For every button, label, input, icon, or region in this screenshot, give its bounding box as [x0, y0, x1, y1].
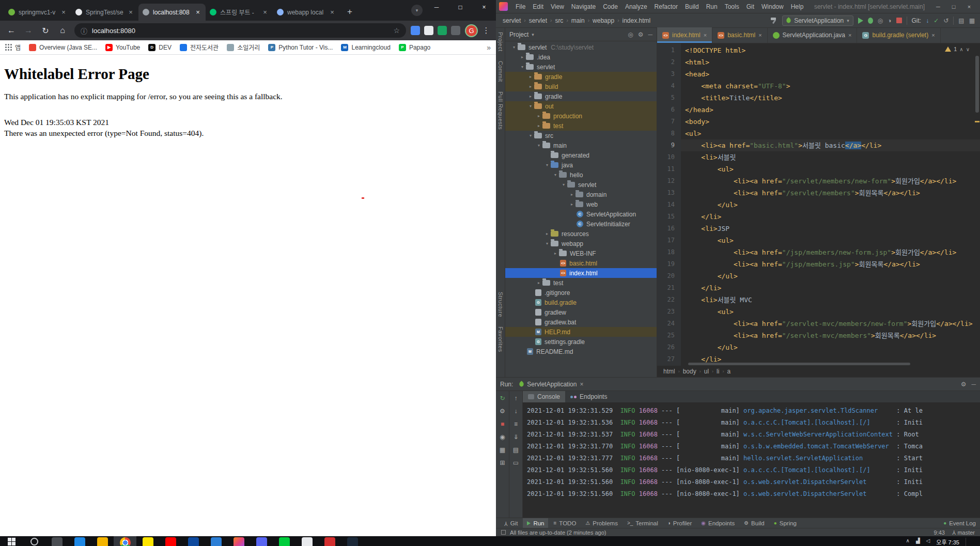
menu-file[interactable]: File	[512, 2, 529, 11]
tree-toggle-icon[interactable]: ▸	[535, 123, 542, 128]
tree-row[interactable]: build.gradle	[505, 298, 657, 307]
tree-row[interactable]: ▾servletC:\study\servlet	[505, 42, 657, 52]
reload-button[interactable]: ↻	[38, 23, 53, 38]
run-settings-gear-icon[interactable]: ⚙	[961, 381, 967, 388]
git-commit-icon[interactable]: ✓	[934, 18, 939, 24]
start-button[interactable]	[0, 536, 23, 546]
tree-toggle-icon[interactable]: ▸	[543, 231, 551, 236]
taskbar-app-chrome[interactable]	[114, 536, 136, 546]
taskbar-app-kakaotalk[interactable]	[136, 536, 159, 546]
browser-tab[interactable]: springmvc1-v×	[4, 4, 71, 21]
ide-minimize-button[interactable]: ─	[930, 1, 946, 12]
git-branch-widget[interactable]: Y master	[952, 529, 975, 536]
tree-row[interactable]: ▾servlet	[505, 62, 657, 72]
taskbar-app-youtube[interactable]	[159, 536, 182, 546]
pin-icon[interactable]: ⊞	[499, 459, 507, 467]
tool-button-terminal[interactable]: >_Terminal	[623, 518, 662, 528]
menu-window[interactable]: Window	[758, 2, 787, 11]
tree-row[interactable]: generated	[505, 150, 657, 160]
tray-chevron-icon[interactable]: ∧	[906, 538, 910, 543]
taskbar-app-notepad[interactable]	[295, 536, 318, 546]
extension-green-icon[interactable]	[438, 26, 447, 35]
bookmark-item[interactable]: DDEV	[148, 44, 172, 51]
tree-row[interactable]: ▸gradle	[505, 72, 657, 82]
stripe-favorites[interactable]: Favorites	[497, 326, 504, 352]
restore-layout-icon[interactable]: ▦	[499, 446, 507, 454]
tree-row[interactable]: ▸domain	[505, 190, 657, 199]
editor-vscrollbar[interactable]	[975, 56, 979, 113]
bookmarks-overflow-icon[interactable]: »	[487, 43, 491, 52]
editor-tab[interactable]: build.gradle (servlet)×	[857, 27, 940, 43]
build-hammer-icon[interactable]	[770, 17, 777, 24]
tree-row[interactable]: gradlew	[505, 307, 657, 317]
run-config-select[interactable]: ServletApplication ▾	[782, 15, 853, 26]
tree-toggle-icon[interactable]: ▾	[543, 241, 551, 246]
tree-row[interactable]: ServletInitializer	[505, 219, 657, 229]
bookmark-item[interactable]: Overview (Java SE...	[29, 44, 97, 51]
tree-toggle-icon[interactable]: ▾	[510, 45, 518, 50]
tree-toggle-icon[interactable]: ▸	[552, 251, 559, 256]
stop-icon[interactable]: ■	[499, 420, 507, 428]
hide-panel-icon[interactable]: ─	[648, 31, 652, 38]
menu-build[interactable]: Build	[681, 2, 703, 11]
taskbar-app-steam[interactable]	[341, 536, 364, 546]
cortana-button[interactable]	[23, 536, 45, 546]
tree-row[interactable]: index.html	[505, 268, 657, 278]
close-session-icon[interactable]: ×	[580, 381, 583, 388]
tree-row[interactable]: ▾servlet	[505, 180, 657, 190]
url-text[interactable]: localhost:8080	[92, 27, 388, 35]
tab-search-button[interactable]: ▾	[411, 5, 423, 16]
view-tab-endpoints[interactable]: Endpoints	[565, 391, 612, 402]
bookmark-item[interactable]: 앱	[5, 43, 21, 52]
editor-hscrollbar[interactable]	[688, 363, 910, 365]
maximize-button[interactable]: □	[448, 0, 472, 14]
profiler-button[interactable]: ◑	[888, 18, 891, 24]
ide-close-button[interactable]: ×	[961, 1, 977, 12]
tree-row[interactable]: ▾hello	[505, 170, 657, 180]
windows-icon[interactable]: ▦	[969, 18, 975, 24]
prev-warning-icon[interactable]: ∧	[959, 46, 963, 52]
editor-breadcrumb-item[interactable]: body	[683, 368, 696, 375]
editor-tab[interactable]: index.html×	[657, 27, 712, 43]
tool-button-todo[interactable]: ≡TODO	[549, 518, 580, 528]
bookmark-item[interactable]: 전자도서관	[180, 43, 219, 52]
tool-button-build[interactable]: ⚙Build	[740, 518, 769, 528]
console-output[interactable]: 2021-12-01 19:32:31.529 INFO 16068 --- […	[523, 402, 980, 518]
taskbar-app-explorer[interactable]	[91, 536, 114, 546]
breadcrumb-item[interactable]: src	[553, 17, 565, 25]
editor-breadcrumb-item[interactable]: html	[663, 368, 675, 375]
tree-toggle-icon[interactable]: ▸	[568, 192, 575, 197]
menu-run[interactable]: Run	[703, 2, 721, 11]
breadcrumb-item[interactable]: servlet	[527, 17, 549, 25]
menu-git[interactable]: Git	[743, 2, 758, 11]
soft-wrap-icon[interactable]: ≡	[512, 420, 520, 428]
tree-toggle-icon[interactable]: ▾	[560, 182, 567, 187]
tree-row[interactable]: README.md	[505, 347, 657, 356]
taskbar-app-red-app[interactable]	[318, 536, 341, 546]
clock[interactable]: 오후 7:35	[936, 538, 959, 546]
breadcrumb-item[interactable]: servlet	[501, 17, 522, 25]
menu-refactor[interactable]: Refactor	[651, 2, 681, 11]
menu-view[interactable]: View	[547, 2, 568, 11]
tab-close-icon[interactable]: ×	[60, 8, 67, 16]
tree-row[interactable]: ▸test	[505, 121, 657, 131]
git-history-icon[interactable]: ↺	[943, 18, 948, 24]
git-update-icon[interactable]: ↓	[926, 18, 929, 24]
run-session-tab[interactable]: ServletApplication ×	[517, 378, 585, 391]
tree-row[interactable]: ▾out	[505, 101, 657, 111]
tab-close-icon[interactable]: ×	[329, 8, 336, 16]
scroll-end-icon[interactable]: ⇓	[512, 433, 520, 441]
rerun-icon[interactable]: ↻	[499, 394, 507, 402]
back-button[interactable]: ←	[4, 23, 19, 38]
extension-blue-icon[interactable]	[411, 26, 420, 35]
tab-close-icon[interactable]: ×	[261, 8, 269, 16]
prev-icon[interactable]: ↑	[512, 394, 520, 402]
breadcrumb-item[interactable]: index.html	[620, 17, 652, 25]
editor-breadcrumb-item[interactable]: li	[717, 368, 719, 375]
tree-toggle-icon[interactable]: ▾	[552, 173, 559, 177]
settings-icon[interactable]: ⚙	[499, 407, 507, 415]
chrome-menu-icon[interactable]: ⋮	[480, 26, 492, 35]
tool-button-profiler[interactable]: ◑Profiler	[663, 518, 696, 528]
tree-toggle-icon[interactable]: ▾	[519, 65, 526, 69]
project-panel-title[interactable]: Project	[509, 31, 528, 38]
